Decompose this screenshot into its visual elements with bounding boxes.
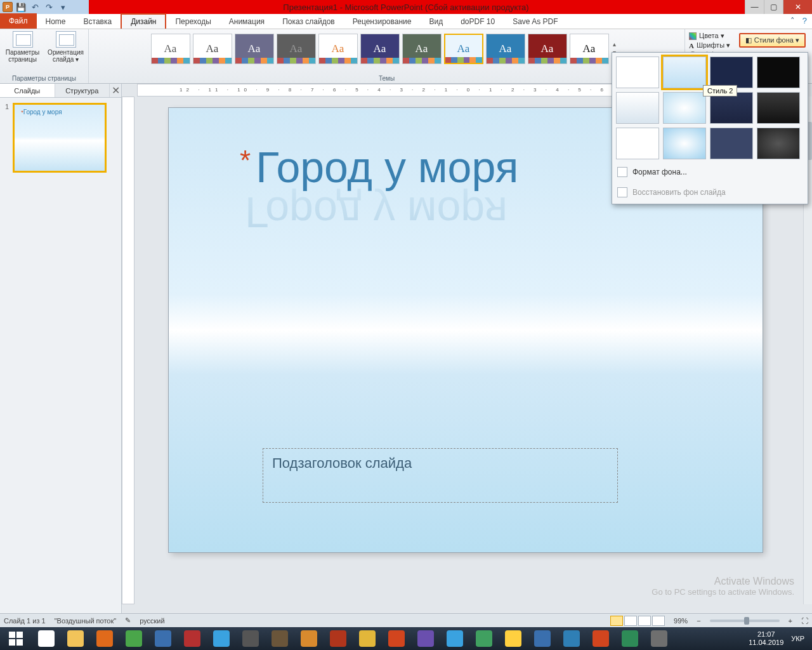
theme-thumb-10[interactable]: Aa	[570, 34, 609, 64]
tab-dopdf[interactable]: doPDF 10	[452, 15, 504, 29]
start-button[interactable]	[3, 629, 29, 648]
taskbar-app-10[interactable]	[325, 629, 351, 648]
bg-style-10[interactable]	[663, 128, 706, 159]
theme-thumb-9[interactable]: Aa	[528, 34, 567, 64]
bg-styles-icon: ◧	[745, 36, 752, 44]
bg-style-1[interactable]	[616, 56, 659, 88]
qat-redo-icon[interactable]: ↷	[43, 1, 55, 13]
theme-thumb-7[interactable]: Aa	[444, 34, 483, 64]
qat-save-icon[interactable]: 💾	[15, 1, 27, 13]
zoom-in-button[interactable]: +	[789, 617, 792, 625]
theme-thumb-8[interactable]: Aa	[486, 34, 525, 64]
subtitle-placeholder[interactable]: Подзаголовок слайда	[263, 448, 618, 503]
view-normal-button[interactable]	[610, 616, 623, 626]
ribbon-minimize-icon[interactable]: ˄	[790, 16, 795, 25]
bg-style-5[interactable]	[616, 92, 659, 124]
tab-outline[interactable]: Структура	[55, 84, 110, 97]
qat-more-icon[interactable]: ▾	[57, 1, 69, 13]
taskbar-app-7[interactable]	[237, 629, 264, 648]
taskbar-app-4[interactable]	[150, 629, 176, 648]
slide-title-reflection: Город у моря	[245, 188, 508, 237]
bg-style-11[interactable]	[710, 128, 753, 159]
title-bar: P 💾 ↶ ↷ ▾ Презентация1 - Microsoft Power…	[0, 0, 812, 14]
taskbar-app-11[interactable]	[354, 629, 381, 648]
taskbar-app-19[interactable]	[587, 629, 614, 648]
theme-thumb-0[interactable]: Aa	[151, 34, 190, 64]
minimize-button[interactable]: —	[745, 0, 764, 14]
taskbar-app-13[interactable]	[412, 629, 439, 648]
theme-thumb-6[interactable]: Aa	[402, 34, 442, 64]
fit-to-window-button[interactable]: ⛶	[801, 617, 808, 625]
zoom-out-button[interactable]: −	[697, 617, 700, 625]
bg-style-8[interactable]	[757, 92, 800, 124]
taskbar-app-17[interactable]	[529, 629, 556, 648]
view-reading-button[interactable]	[638, 616, 651, 626]
background-styles-button[interactable]: ◧ Стили фона ▾	[739, 33, 806, 48]
slide-orientation-button[interactable]: Ориентация слайда ▾	[48, 31, 84, 63]
theme-thumb-5[interactable]: Aa	[360, 34, 400, 64]
bg-style-3[interactable]	[710, 56, 753, 88]
zoom-slider[interactable]	[710, 620, 780, 622]
themes-gallery[interactable]: AaAaAaAaAaAaAaAaAaAaAa▴▾≡	[147, 31, 627, 74]
taskbar-clock[interactable]: 21:07 11.04.2019	[749, 630, 787, 647]
theme-thumb-1[interactable]: Aa	[193, 34, 232, 64]
format-background-menu[interactable]: Формат фона...	[616, 164, 804, 180]
theme-thumb-3[interactable]: Aa	[277, 34, 316, 64]
taskbar-app-15[interactable]	[471, 629, 497, 648]
theme-thumb-4[interactable]: Aa	[318, 34, 358, 64]
reset-background-menu: Восстановить фон слайда	[616, 185, 804, 200]
slides-pane-close-icon[interactable]: ✕	[110, 84, 121, 97]
view-sorter-button[interactable]	[624, 616, 637, 626]
tab-view[interactable]: Вид	[420, 15, 452, 29]
tab-savepdf[interactable]: Save As PDF	[504, 15, 566, 29]
tab-home[interactable]: Home	[37, 15, 75, 29]
taskbar-app-14[interactable]	[442, 629, 468, 648]
taskbar-app-12[interactable]	[383, 629, 410, 648]
tab-file[interactable]: Файл	[0, 13, 37, 29]
status-language[interactable]: русский	[140, 617, 164, 625]
bg-style-12[interactable]	[757, 128, 800, 159]
theme-thumb-2[interactable]: Aa	[235, 34, 274, 64]
tab-slideshow[interactable]: Показ слайдов	[273, 15, 344, 29]
bg-style-7[interactable]	[710, 92, 753, 124]
window-title: Презентация1 - Microsoft PowerPoint (Сбо…	[0, 3, 812, 12]
zoom-knob[interactable]	[744, 617, 749, 625]
taskbar-app-3[interactable]	[121, 629, 147, 648]
bg-style-9[interactable]	[616, 128, 659, 159]
taskbar-app-16[interactable]	[500, 629, 527, 648]
qat-undo-icon[interactable]: ↶	[29, 1, 41, 13]
taskbar-app-5[interactable]	[179, 629, 206, 648]
taskbar-app-18[interactable]	[558, 629, 585, 648]
tab-design[interactable]: Дизайн	[121, 13, 166, 29]
app-icon: P	[3, 2, 13, 12]
bg-style-2[interactable]: Стиль 2	[663, 56, 706, 88]
tab-transitions[interactable]: Переходы	[166, 15, 219, 29]
tab-insert[interactable]: Вставка	[75, 15, 121, 29]
taskbar-app-9[interactable]	[296, 629, 322, 648]
taskbar-app-20[interactable]	[617, 629, 643, 648]
taskbar-app-21[interactable]	[646, 629, 672, 648]
view-slideshow-button[interactable]	[652, 616, 665, 626]
bg-style-6[interactable]	[663, 92, 706, 124]
help-icon[interactable]: ?	[802, 16, 807, 25]
colors-icon	[689, 32, 697, 40]
status-spellcheck-icon[interactable]: ✎	[125, 616, 131, 625]
keyboard-layout[interactable]: УКР	[791, 635, 804, 642]
slide-title-text[interactable]: *Город у моря Город у моря	[245, 142, 518, 192]
tab-review[interactable]: Рецензирование	[344, 15, 421, 29]
slide-number: 1	[5, 103, 9, 173]
view-buttons	[610, 616, 665, 626]
maximize-button[interactable]: ▢	[764, 0, 783, 14]
taskbar-app-1[interactable]	[62, 629, 89, 648]
tab-slides[interactable]: Слайды	[0, 84, 55, 97]
taskbar-app-2[interactable]	[91, 629, 118, 648]
taskbar-app-0[interactable]	[33, 629, 60, 648]
tab-animations[interactable]: Анимация	[220, 15, 273, 29]
taskbar-app-6[interactable]	[208, 629, 235, 648]
page-setup-button[interactable]: Параметры страницы	[4, 31, 41, 63]
slide-thumbnail-1[interactable]: 1 *Город у моря	[0, 98, 121, 178]
taskbar-app-8[interactable]	[266, 629, 293, 648]
activate-windows-watermark: Activate Windows Go to PC settings to ac…	[652, 576, 794, 597]
close-button[interactable]: ✕	[783, 0, 812, 14]
bg-style-4[interactable]	[757, 56, 800, 88]
